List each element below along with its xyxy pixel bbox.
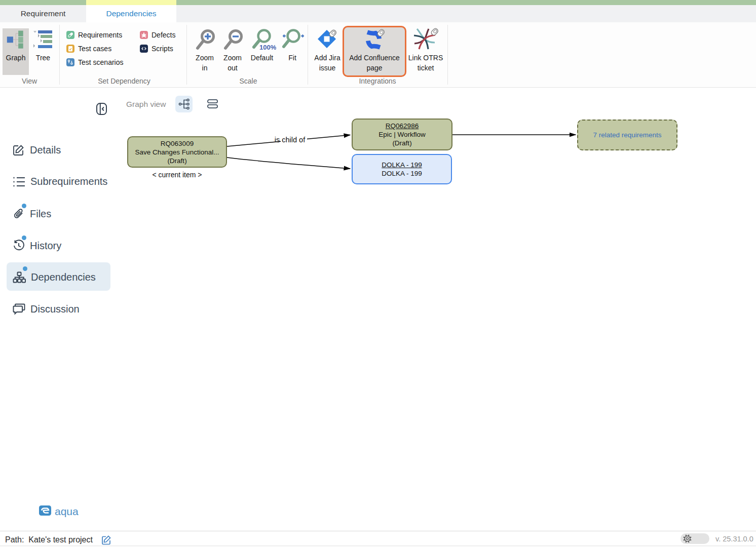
svg-text:100%: 100% (259, 44, 276, 51)
svg-text:is child of: is child of (275, 136, 306, 144)
